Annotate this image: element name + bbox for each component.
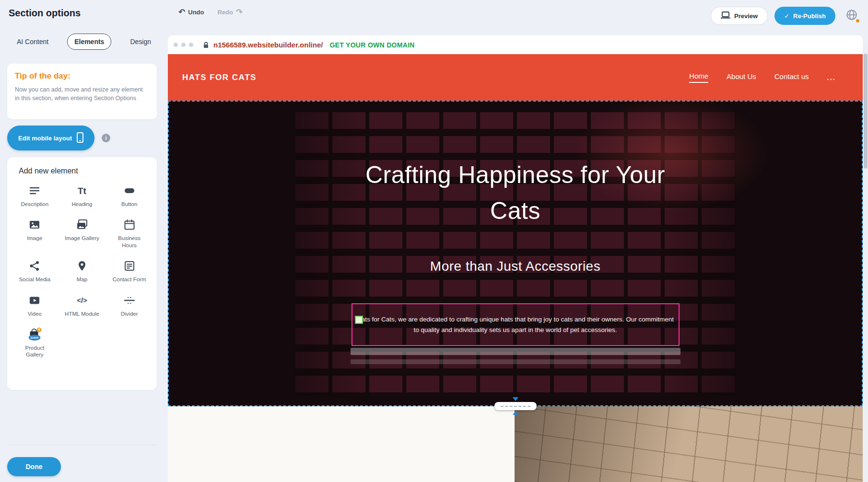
scrollbar-track <box>863 44 868 482</box>
element-business-hours[interactable]: Business Hours <box>106 217 153 249</box>
description-icon <box>26 183 43 198</box>
image-gallery-icon <box>74 217 90 232</box>
undo-button[interactable]: ↶ Undo <box>178 8 204 16</box>
image-icon <box>26 217 43 232</box>
dashed-line <box>501 406 530 407</box>
map-pin-icon <box>74 258 90 274</box>
element-product-gallery[interactable]: SHOP Product Gallery <box>11 327 59 358</box>
element-label: Product Gallery <box>17 344 52 358</box>
arrow-up-icon <box>513 411 518 415</box>
divider-icon <box>121 293 138 308</box>
tip-title: Tip of the day: <box>15 71 149 81</box>
button-icon <box>121 183 138 198</box>
site-url: n1566589.websitebuilder.online/ <box>213 41 323 49</box>
element-video[interactable]: Video <box>11 293 59 317</box>
element-map[interactable]: Map <box>59 258 106 283</box>
tab-ai-content[interactable]: AI Content <box>10 34 56 50</box>
nav-home[interactable]: Home <box>689 72 708 83</box>
check-icon: ✓ <box>784 12 789 20</box>
site-canvas: n1566589.websitebuilder.online/ GET YOUR… <box>168 35 863 482</box>
html-code-icon: </> <box>74 293 90 308</box>
element-label: Divider <box>121 310 138 317</box>
nav-more-menu[interactable]: ... <box>827 73 836 81</box>
browser-bar: n1566589.websitebuilder.online/ GET YOUR… <box>168 35 863 54</box>
scrollbar-thumb[interactable] <box>864 54 868 169</box>
nav-contact-us[interactable]: Contact us <box>774 72 809 82</box>
resize-pill <box>494 402 537 410</box>
element-button[interactable]: Button <box>106 183 153 207</box>
element-html-module[interactable]: </> HTML Module <box>59 293 106 317</box>
element-label: Contact Form <box>113 276 146 283</box>
browser-dot <box>189 43 193 47</box>
element-label: Map <box>77 276 87 283</box>
hero-section[interactable]: Crafting Happiness for Your Cats More th… <box>168 101 863 406</box>
next-section <box>168 406 863 482</box>
heading-icon: Tt <box>74 183 90 198</box>
element-label: Heading <box>72 201 93 207</box>
video-icon <box>26 293 43 308</box>
arrow-down-icon <box>513 397 518 401</box>
svg-text:SHOP: SHOP <box>31 336 39 339</box>
tab-elements[interactable]: Elements <box>67 34 111 50</box>
done-button[interactable]: Done <box>7 457 61 476</box>
hero-paragraph: Hats for Cats, we are dedicated to craft… <box>352 314 679 335</box>
preview-monitor-icon <box>721 11 730 20</box>
language-globe-button[interactable] <box>842 6 861 25</box>
preview-button[interactable]: Preview <box>711 7 768 25</box>
redo-icon: ↷ <box>236 8 243 16</box>
element-image[interactable]: Image <box>11 217 59 249</box>
element-divider[interactable]: Divider <box>106 293 153 317</box>
element-drag-handle[interactable] <box>355 316 363 324</box>
redo-button[interactable]: Redo ↷ <box>217 8 243 16</box>
edit-mobile-layout-button[interactable]: Edit mobile layout <box>7 126 94 150</box>
site-header: HATS FOR CATS Home About Us Contact us .… <box>168 54 863 101</box>
phone-icon <box>77 132 83 144</box>
section-resize-handle[interactable] <box>493 397 539 415</box>
tab-design[interactable]: Design <box>123 34 158 50</box>
info-icon[interactable]: i <box>102 134 110 142</box>
redo-label: Redo <box>217 9 233 16</box>
element-label: Button <box>121 201 137 207</box>
pavement-image <box>515 406 863 482</box>
sidebar-divider <box>7 445 157 445</box>
republish-label: Re-Publish <box>793 12 826 20</box>
browser-dot <box>174 43 178 47</box>
element-label: HTML Module <box>65 310 99 317</box>
republish-button[interactable]: ✓ Re-Publish <box>774 7 835 25</box>
ghost-element-bar <box>351 359 680 364</box>
site-logo: HATS FOR CATS <box>182 73 257 82</box>
element-contact-form[interactable]: Contact Form <box>106 258 153 283</box>
element-heading[interactable]: Tt Heading <box>59 183 106 207</box>
element-label: Social Media <box>19 276 50 283</box>
top-right-controls: Preview ✓ Re-Publish <box>711 6 861 25</box>
page-title: Section options <box>9 8 81 19</box>
element-label: Video <box>28 310 42 317</box>
preview-label: Preview <box>734 12 758 20</box>
element-label: Business Hours <box>112 235 147 249</box>
lock-icon <box>203 42 209 48</box>
add-new-element-title: Add new element <box>11 167 153 175</box>
add-new-element-panel: Add new element Description Tt Heading B… <box>7 157 157 390</box>
element-label: Description <box>21 201 49 207</box>
element-image-gallery[interactable]: Image Gallery <box>59 217 106 249</box>
site-nav: Home About Us Contact us ... <box>689 72 836 83</box>
hero-heading[interactable]: Crafting Happiness for Your Cats <box>338 157 693 229</box>
social-media-icon <box>26 258 43 274</box>
tip-body: Now you can add, move and resize any ele… <box>15 85 149 103</box>
element-social-media[interactable]: Social Media <box>11 258 59 283</box>
contact-form-icon <box>121 258 138 274</box>
nav-about-us[interactable]: About Us <box>727 72 756 82</box>
hero-subheading[interactable]: More than Just Accessories <box>348 259 683 274</box>
element-grid: Description Tt Heading Button Image Imag… <box>11 183 153 358</box>
sidebar-tabs: AI Content Elements Design <box>10 34 158 50</box>
ghost-element-bar <box>351 348 680 355</box>
get-own-domain-link[interactable]: GET YOUR OWN DOMAIN <box>329 41 414 49</box>
selected-paragraph-element[interactable]: Hats for Cats, we are dedicated to craft… <box>352 303 680 346</box>
edit-mobile-label: Edit mobile layout <box>18 135 72 142</box>
element-label: Image Gallery <box>65 235 99 241</box>
element-description[interactable]: Description <box>11 183 59 207</box>
undo-redo-group: ↶ Undo Redo ↷ <box>178 8 243 16</box>
element-label: Image <box>27 235 42 241</box>
notification-dot <box>856 19 859 23</box>
browser-dot <box>181 43 186 47</box>
